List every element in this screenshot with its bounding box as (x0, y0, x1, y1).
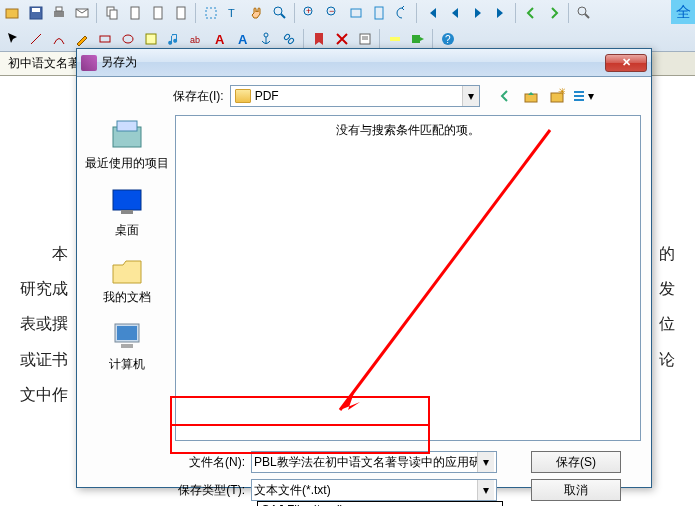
hand-icon[interactable] (246, 2, 268, 24)
filetype-dropdown[interactable]: CAJ Files(*.caj) 文本文件(*.txt) (257, 501, 503, 506)
svg-point-30 (264, 33, 268, 37)
close-button[interactable]: ✕ (605, 54, 647, 72)
app-icon (81, 55, 97, 71)
dialog-titlebar[interactable]: 另存为 ✕ (77, 49, 651, 77)
svg-rect-41 (525, 94, 537, 102)
place-computer[interactable]: 计算机 (83, 312, 171, 379)
zoom-icon[interactable] (269, 2, 291, 24)
chevron-down-icon[interactable]: ▾ (462, 86, 479, 106)
fit-page-icon[interactable] (368, 2, 390, 24)
doc2-icon[interactable] (147, 2, 169, 24)
chevron-down-icon[interactable]: ▾ (477, 480, 494, 500)
svg-point-21 (578, 7, 586, 15)
rotate-icon[interactable] (391, 2, 413, 24)
svg-rect-46 (574, 99, 584, 101)
chevron-down-icon[interactable]: ▾ (477, 452, 494, 472)
search-icon[interactable] (573, 2, 595, 24)
properties-icon[interactable] (354, 28, 376, 50)
svg-rect-45 (574, 95, 584, 97)
svg-rect-3 (54, 11, 64, 17)
svg-point-13 (274, 7, 282, 15)
prev-page-icon[interactable] (444, 2, 466, 24)
save-button[interactable]: 保存(S) (531, 451, 621, 473)
rect-icon[interactable] (94, 28, 116, 50)
pencil-icon[interactable] (71, 28, 93, 50)
svg-rect-24 (100, 36, 110, 42)
svg-rect-38 (412, 35, 420, 43)
svg-rect-53 (121, 344, 133, 348)
print-icon[interactable] (48, 2, 70, 24)
zoom-out-icon[interactable]: − (322, 2, 344, 24)
anchor-icon[interactable] (255, 28, 277, 50)
svg-text:✳: ✳ (558, 88, 565, 97)
svg-rect-44 (574, 91, 584, 93)
cancel-button[interactable]: 取消 (531, 479, 621, 501)
file-list-area[interactable]: 没有与搜索条件匹配的项。 (175, 115, 641, 441)
filetype-combo[interactable]: 文本文件(*.txt) ▾ (251, 479, 497, 501)
pointer-icon[interactable] (2, 28, 24, 50)
svg-rect-49 (113, 190, 141, 210)
ab-icon[interactable]: ab (186, 28, 208, 50)
note-icon[interactable] (140, 28, 162, 50)
svg-rect-48 (117, 121, 137, 131)
svg-rect-8 (131, 7, 139, 19)
help-icon[interactable]: ? (437, 28, 459, 50)
line-icon[interactable] (25, 28, 47, 50)
first-page-icon[interactable] (421, 2, 443, 24)
svg-rect-19 (351, 9, 361, 17)
svg-rect-52 (117, 326, 137, 340)
bookmark-icon[interactable] (308, 28, 330, 50)
dialog-title: 另存为 (101, 54, 605, 71)
place-mydocs[interactable]: 我的文档 (83, 245, 171, 312)
blue-a-icon[interactable]: A (232, 28, 254, 50)
svg-rect-26 (146, 34, 156, 44)
filename-label: 文件名(N): (173, 454, 245, 471)
copy-icon[interactable] (101, 2, 123, 24)
delete-icon[interactable] (331, 28, 353, 50)
svg-rect-7 (110, 10, 117, 19)
select-icon[interactable] (200, 2, 222, 24)
back-nav-icon[interactable] (494, 85, 516, 107)
doc3-icon[interactable] (170, 2, 192, 24)
fit-width-icon[interactable] (345, 2, 367, 24)
next-page-icon[interactable] (467, 2, 489, 24)
filetype-label: 保存类型(T): (173, 482, 245, 499)
new-folder-icon[interactable]: ✳ (546, 85, 568, 107)
svg-text:T: T (228, 7, 235, 19)
svg-rect-0 (6, 9, 18, 18)
view-menu-icon[interactable]: ▾ (572, 85, 594, 107)
save-icon[interactable] (25, 2, 47, 24)
up-folder-icon[interactable] (520, 85, 542, 107)
svg-text:A: A (238, 32, 248, 47)
highlight-icon[interactable] (384, 28, 406, 50)
curve-icon[interactable] (48, 28, 70, 50)
forward-icon[interactable] (543, 2, 565, 24)
place-desktop[interactable]: 桌面 (83, 178, 171, 245)
text-select-icon[interactable]: T (223, 2, 245, 24)
open-icon[interactable] (2, 2, 24, 24)
red-a-icon[interactable]: A (209, 28, 231, 50)
save-in-label: 保存在(I): (173, 88, 224, 105)
svg-line-14 (281, 14, 285, 18)
filename-input[interactable] (254, 455, 477, 469)
svg-rect-50 (121, 210, 133, 214)
zoom-in-icon[interactable]: + (299, 2, 321, 24)
save-in-value: PDF (255, 89, 462, 103)
dropdown-option-caj[interactable]: CAJ Files(*.caj) (258, 502, 502, 506)
place-recent[interactable]: 最近使用的项目 (83, 111, 171, 178)
ellipse-icon[interactable] (117, 28, 139, 50)
back-icon[interactable] (520, 2, 542, 24)
link-icon[interactable] (278, 28, 300, 50)
music-icon[interactable] (163, 28, 185, 50)
save-in-combo[interactable]: PDF ▾ (230, 85, 480, 107)
filename-combo[interactable]: ▾ (251, 451, 497, 473)
mail-icon[interactable] (71, 2, 93, 24)
fullscreen-button[interactable]: 全 (671, 0, 695, 24)
main-toolbar: T + − ab A A (0, 0, 695, 52)
doc1-icon[interactable] (124, 2, 146, 24)
green-arrow-icon[interactable] (407, 28, 429, 50)
places-bar: 最近使用的项目 桌面 我的文档 计算机 (83, 111, 171, 401)
svg-text:ab: ab (190, 35, 200, 45)
svg-point-25 (123, 35, 133, 43)
last-page-icon[interactable] (490, 2, 512, 24)
